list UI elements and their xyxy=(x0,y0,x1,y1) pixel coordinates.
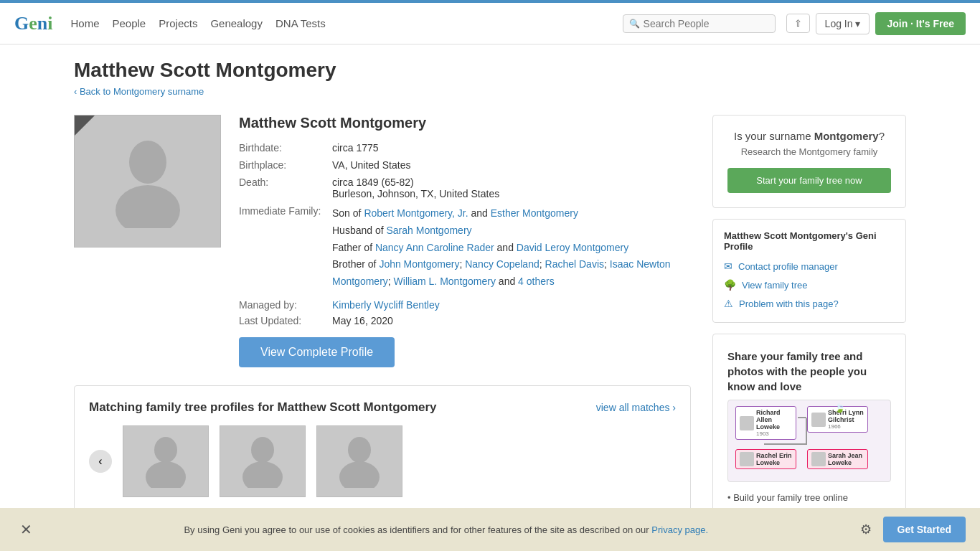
birthdate-value: circa 1775 xyxy=(332,142,379,154)
robert-link[interactable]: Robert Montgomery, Jr. xyxy=(364,207,468,219)
managed-label: Managed by: xyxy=(239,299,332,311)
avatar-silhouette xyxy=(108,135,187,228)
svg-point-7 xyxy=(339,461,380,488)
photo-corner xyxy=(75,116,95,136)
logo[interactable]: Geni xyxy=(14,13,52,34)
others-link[interactable]: 4 others xyxy=(518,276,555,287)
sarah-link[interactable]: Sarah Montgomery xyxy=(387,225,472,236)
detail-managed: Managed by: Kimberly Wycliff Bentley xyxy=(239,299,691,311)
page-title: Matthew Scott Montgomery xyxy=(74,59,906,82)
david-link[interactable]: David Leroy Montgomery xyxy=(517,242,628,253)
family-tree-preview: Richard Allen Loweke 1903 Sherri Lynn Gi… xyxy=(727,400,891,482)
tree-node-richard: Richard Allen Loweke 1903 xyxy=(735,406,796,440)
cookie-text: By using Geni you agree to our use of co… xyxy=(38,524,854,535)
family-label: Immediate Family: xyxy=(239,205,332,291)
nav-actions: ⇧ Log In ▾ Join · It's Free xyxy=(786,12,966,35)
navbar: Geni Home People Projects Genealogy DNA … xyxy=(0,3,980,44)
match-item-1 xyxy=(123,425,209,497)
svg-point-5 xyxy=(242,461,283,488)
contact-label: Contact profile manager xyxy=(738,261,838,272)
geni-profile-box: Matthew Scott Montgomery's Geni Profile … xyxy=(712,219,906,323)
tree-node-sarah: Sarah Jean Loweke xyxy=(807,449,868,469)
get-started-button[interactable]: Get Started xyxy=(883,517,966,542)
match-items-row: ‹ xyxy=(89,425,676,497)
profile-sidebar-layout: Matthew Scott Montgomery Birthdate: circ… xyxy=(74,115,906,547)
svg-point-3 xyxy=(146,461,186,488)
login-button[interactable]: Log In ▾ xyxy=(816,13,870,34)
matching-title: Matching family tree profiles for Matthe… xyxy=(89,400,437,415)
detail-death: Death: circa 1849 (65-82) Burleson, John… xyxy=(239,176,691,199)
updated-label: Last Updated: xyxy=(239,315,332,326)
nav-projects[interactable]: Projects xyxy=(159,17,197,29)
view-all-matches-link[interactable]: view all matches › xyxy=(596,402,676,413)
birthplace-value: VA, United States xyxy=(332,159,410,171)
nav-dna-tests[interactable]: DNA Tests xyxy=(275,17,326,29)
cookie-settings-button[interactable]: ⚙ xyxy=(854,522,877,537)
privacy-link[interactable]: Privacy page. xyxy=(651,524,708,535)
surname-box: Is your surname Montgomery? Research the… xyxy=(712,115,906,208)
birthplace-label: Birthplace: xyxy=(239,159,332,171)
main-content: Matthew Scott Montgomery ‹ Back to Montg… xyxy=(60,44,920,551)
geni-profile-title: Matthew Scott Montgomery's Geni Profile xyxy=(724,230,895,252)
match-photo-1 xyxy=(123,425,209,497)
death-value: circa 1849 (65-82) xyxy=(332,176,499,188)
william-link[interactable]: William L. Montgomery xyxy=(394,276,496,287)
surname-text: Montgomery xyxy=(814,130,879,142)
matching-section: Matching family tree profiles for Matthe… xyxy=(74,385,691,512)
carousel-prev[interactable]: ‹ xyxy=(89,450,112,473)
detail-family: Immediate Family: Son of Robert Montgome… xyxy=(239,205,691,291)
detail-birthdate: Birthdate: circa 1775 xyxy=(239,142,691,154)
surname-description: Research the Montgomery family xyxy=(727,146,891,157)
nav-home[interactable]: Home xyxy=(70,17,99,29)
search-icon: 🔍 xyxy=(629,19,640,29)
svg-point-0 xyxy=(129,141,166,184)
family-values: Son of Robert Montgomery, Jr. and Esther… xyxy=(332,205,691,291)
cookie-close-button[interactable]: ✕ xyxy=(14,522,38,537)
view-tree-label: View family tree xyxy=(742,280,808,291)
cookie-banner: ✕ By using Geni you agree to our use of … xyxy=(0,508,980,551)
updated-value: May 16, 2020 xyxy=(332,315,393,326)
nav-genealogy[interactable]: Genealogy xyxy=(210,17,263,29)
esther-link[interactable]: Esther Montgomery xyxy=(491,207,578,219)
death-values: circa 1849 (65-82) Burleson, Johnson, TX… xyxy=(332,176,499,199)
profile-name: Matthew Scott Montgomery xyxy=(239,115,691,131)
svg-point-1 xyxy=(116,185,180,228)
matching-header: Matching family tree profiles for Matthe… xyxy=(89,400,676,415)
tree-icon: 🌳 xyxy=(724,279,736,291)
match-photo-2 xyxy=(220,425,306,497)
view-tree-action[interactable]: 🌳 View family tree xyxy=(724,279,895,291)
problem-label: Problem with this page? xyxy=(739,298,839,309)
contact-action[interactable]: ✉ Contact profile manager xyxy=(724,260,895,272)
birthdate-label: Birthdate: xyxy=(239,142,332,154)
tree-node-rachel: Rachel Erin Loweke xyxy=(735,449,796,469)
share-button[interactable]: ⇧ xyxy=(786,14,810,33)
rachel-link[interactable]: Rachel Davis xyxy=(545,258,604,270)
match-photo-3 xyxy=(316,425,402,497)
detail-updated: Last Updated: May 16, 2020 xyxy=(239,315,691,326)
family-line-2: Husband of Sarah Montgomery xyxy=(332,222,691,240)
warning-icon: ⚠ xyxy=(724,298,733,309)
manager-link[interactable]: Kimberly Wycliff Bentley xyxy=(332,299,440,311)
nav-links: Home People Projects Genealogy DNA Tests xyxy=(70,17,622,29)
problem-action[interactable]: ⚠ Problem with this page? xyxy=(724,298,895,309)
nancy-link[interactable]: Nancy Ann Caroline Rader xyxy=(375,242,494,253)
svg-point-2 xyxy=(154,437,177,463)
profile-photo xyxy=(74,115,221,248)
nav-people[interactable]: People xyxy=(113,17,146,29)
family-line-3: Father of Nancy Ann Caroline Rader and D… xyxy=(332,240,691,257)
detail-birthplace: Birthplace: VA, United States xyxy=(239,159,691,171)
john-link[interactable]: John Montgomery xyxy=(379,258,459,270)
search-input[interactable] xyxy=(644,18,769,29)
sidebar: Is your surname Montgomery? Research the… xyxy=(712,115,906,547)
svg-point-6 xyxy=(348,437,371,463)
view-profile-button[interactable]: View Complete Profile xyxy=(239,337,395,367)
surname-heading: Is your surname Montgomery? xyxy=(727,130,891,142)
profile-details: Matthew Scott Montgomery Birthdate: circ… xyxy=(239,115,691,367)
breadcrumb[interactable]: ‹ Back to Montgomery surname xyxy=(74,86,204,97)
start-tree-button[interactable]: Start your family tree now xyxy=(727,168,891,193)
join-button[interactable]: Join · It's Free xyxy=(875,12,966,35)
envelope-icon: ✉ xyxy=(724,260,732,272)
photos-bold: photos xyxy=(727,365,763,377)
nancy-c-link[interactable]: Nancy Copeland xyxy=(465,258,540,270)
profile-header: Matthew Scott Montgomery Birthdate: circ… xyxy=(74,115,691,367)
